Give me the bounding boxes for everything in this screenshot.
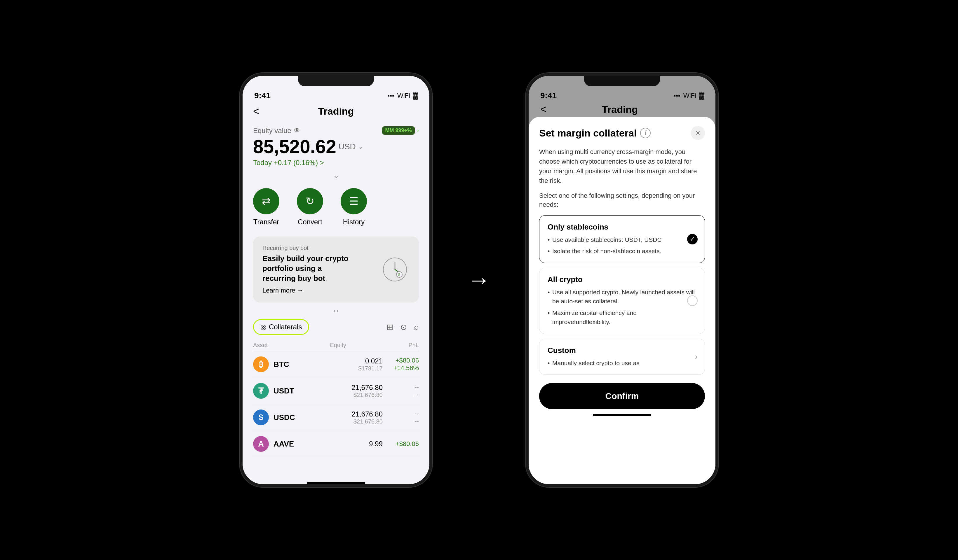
left-status-bar: 9:41 ▪▪▪ WiFi ▓ bbox=[243, 86, 429, 103]
usdc-equity-usd: $21,676.80 bbox=[351, 418, 383, 425]
header-pnl: PnL bbox=[408, 342, 419, 348]
transition-arrow: → bbox=[467, 267, 491, 293]
usdt-pnl-val: -- bbox=[390, 383, 419, 391]
table-row[interactable]: $ USDC 21,676.80 $21,676.80 -- -- bbox=[253, 404, 419, 431]
promo-label: Recurring buy bot bbox=[262, 245, 350, 252]
btc-name: BTC bbox=[273, 360, 289, 369]
wifi-icon: WiFi bbox=[397, 92, 410, 100]
equity-value: 85,520.62 bbox=[253, 136, 336, 158]
collaterals-filter[interactable]: ◎ Collaterals bbox=[253, 319, 309, 335]
modal-info-icon[interactable]: i bbox=[640, 128, 650, 138]
promo-text: Recurring buy bot Easily build your cryp… bbox=[262, 245, 350, 294]
promo-icon: $ bbox=[380, 255, 409, 284]
usdc-pnl-pct: -- bbox=[390, 418, 419, 425]
modal-select-label: Select one of the following settings, de… bbox=[539, 191, 705, 209]
battery-icon: ▓ bbox=[413, 92, 418, 100]
search-icon[interactable]: ⌕ bbox=[414, 322, 419, 332]
usdc-equity: 21,676.80 $21,676.80 bbox=[351, 410, 383, 425]
signal-icon: ▪▪▪ bbox=[388, 92, 394, 100]
option-all-crypto-bullet-1: Use all supported crypto. Newly launched… bbox=[547, 288, 696, 306]
history-label: History bbox=[343, 218, 365, 226]
left-nav-back[interactable]: < bbox=[253, 105, 259, 117]
stablecoins-radio[interactable]: ✓ bbox=[687, 234, 698, 244]
aave-equity-val: 9.99 bbox=[369, 440, 383, 448]
asset-table-header: Asset Equity PnL bbox=[253, 340, 419, 351]
right-home-indicator bbox=[593, 414, 651, 416]
table-row[interactable]: ₿ BTC 0.021 $1781.17 +$80.06 +14.56% bbox=[253, 351, 419, 378]
promo-link[interactable]: Learn more → bbox=[262, 287, 350, 294]
modal-title-row: Set margin collateral i bbox=[539, 127, 650, 139]
usdc-pnl: -- -- bbox=[390, 410, 419, 425]
left-nav-bar: < Trading bbox=[243, 103, 429, 122]
convert-button[interactable]: ↻ Convert bbox=[297, 188, 323, 226]
btc-logo: ₿ bbox=[253, 356, 269, 372]
usdt-name: USDT bbox=[273, 386, 294, 395]
btc-equity-val: 0.021 bbox=[358, 357, 383, 365]
transfer-button[interactable]: ⇄ Transfer bbox=[253, 188, 279, 226]
aave-equity: 9.99 bbox=[369, 440, 383, 448]
history-button[interactable]: ☰ History bbox=[341, 188, 367, 226]
option-stablecoins-title: Only stablecoins bbox=[547, 223, 696, 232]
eye-icon[interactable]: 👁 bbox=[293, 127, 300, 134]
usdt-equity-val: 21,676.80 bbox=[351, 384, 383, 392]
left-status-time: 9:41 bbox=[254, 91, 271, 100]
header-equity: Equity bbox=[330, 342, 346, 348]
transfer-label: Transfer bbox=[253, 218, 279, 226]
left-nav-title: Trading bbox=[318, 106, 354, 117]
usdc-name: USDC bbox=[273, 413, 295, 422]
btc-pnl-pct: +14.56% bbox=[390, 364, 419, 372]
option-custom-title: Custom bbox=[547, 346, 696, 355]
equity-label-row: Equity value 👁 MM 999+% › bbox=[253, 126, 419, 135]
history-icon: ☰ bbox=[341, 188, 367, 214]
equity-label-text: Equity value bbox=[253, 127, 291, 135]
aave-logo: A bbox=[253, 436, 269, 452]
modal-close-button[interactable]: × bbox=[691, 126, 705, 140]
btc-pnl-val: +$80.06 bbox=[390, 357, 419, 364]
left-status-icons: ▪▪▪ WiFi ▓ bbox=[388, 92, 418, 100]
modal-title: Set margin collateral bbox=[539, 127, 637, 139]
confirm-button[interactable]: Confirm bbox=[539, 383, 705, 409]
equity-currency: USD bbox=[339, 142, 356, 151]
usdc-pnl-val: -- bbox=[390, 410, 419, 418]
usdt-logo: ₮ bbox=[253, 383, 269, 399]
equity-today[interactable]: Today +0.17 (0.16%) > bbox=[253, 159, 419, 167]
table-row[interactable]: A AAVE 9.99 +$80.06 bbox=[253, 431, 419, 457]
collaterals-icon: ◎ bbox=[260, 323, 266, 331]
close-icon: × bbox=[696, 128, 700, 138]
mm-badge: MM 999+% bbox=[382, 126, 415, 135]
option-stablecoins-bullet-2: Isolate the risk of non-stablecoin asset… bbox=[547, 247, 696, 256]
aave-pnl-val: +$80.06 bbox=[390, 440, 419, 448]
filter-settings-icon[interactable]: ⊙ bbox=[400, 322, 407, 332]
collaterals-label: Collaterals bbox=[269, 323, 302, 331]
equity-value-row: 85,520.62 USD ⌄ bbox=[253, 136, 419, 158]
convert-label: Convert bbox=[298, 218, 322, 226]
all-crypto-radio[interactable] bbox=[687, 296, 698, 306]
option-custom-bullet-1: Manually select crypto to use as bbox=[547, 359, 696, 368]
option-stablecoins[interactable]: Only stablecoins Use available stablecoi… bbox=[539, 215, 705, 263]
promo-title: Easily build your crypto portfolio using… bbox=[262, 254, 350, 283]
usdt-equity: 21,676.80 $21,676.80 bbox=[351, 384, 383, 399]
modal-sheet: Set margin collateral i × When using mul… bbox=[529, 117, 715, 484]
usdc-equity-val: 21,676.80 bbox=[351, 410, 383, 418]
right-phone: 9:41 ▪▪▪ WiFi ▓ < Trading Set margin col… bbox=[526, 73, 718, 487]
usdt-pnl-pct: -- bbox=[390, 391, 419, 399]
usdt-equity-usd: $21,676.80 bbox=[351, 392, 383, 399]
svg-text:$: $ bbox=[398, 273, 400, 277]
aave-pnl: +$80.06 bbox=[390, 440, 419, 448]
header-asset: Asset bbox=[253, 342, 268, 348]
filter-sliders-icon[interactable]: ⊞ bbox=[387, 322, 393, 332]
option-all-crypto[interactable]: All crypto Use all supported crypto. New… bbox=[539, 268, 705, 334]
option-all-crypto-bullet-2: Maximize capital efficiency and improvef… bbox=[547, 308, 696, 327]
custom-chevron-icon: › bbox=[695, 352, 698, 361]
transfer-icon: ⇄ bbox=[253, 188, 279, 214]
collapse-chevron[interactable]: ⌄ bbox=[253, 167, 419, 184]
currency-chevron[interactable]: ⌄ bbox=[358, 143, 363, 150]
usdc-logo: $ bbox=[253, 410, 269, 425]
option-custom[interactable]: Custom Manually select crypto to use as … bbox=[539, 339, 705, 375]
convert-icon: ↻ bbox=[297, 188, 323, 214]
modal-header: Set margin collateral i × bbox=[539, 126, 705, 140]
table-row[interactable]: ₮ USDT 21,676.80 $21,676.80 -- -- bbox=[253, 378, 419, 404]
left-home-indicator bbox=[307, 482, 365, 484]
btc-equity: 0.021 $1781.17 bbox=[358, 357, 383, 372]
option-stablecoins-bullet-1: Use available stablecoins: USDT, USDC bbox=[547, 235, 696, 244]
